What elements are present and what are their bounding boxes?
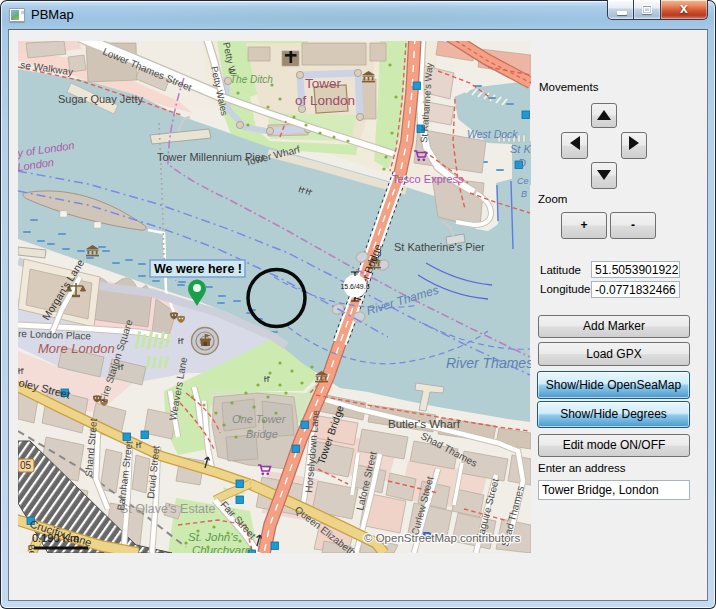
svg-text:0.190 Km: 0.190 Km	[32, 532, 79, 544]
svg-text:05: 05	[20, 460, 32, 471]
svg-text:St K: St K	[510, 143, 531, 155]
svg-text:Butler's Wharf: Butler's Wharf	[388, 418, 461, 430]
svg-text:More London: More London	[38, 341, 115, 356]
svg-text:Sugar Quay Jetty: Sugar Quay Jetty	[58, 93, 143, 105]
svg-text:The Ditch: The Ditch	[230, 74, 273, 85]
svg-text:Tower: Tower	[305, 76, 342, 91]
svg-text:We were here !: We were here !	[154, 262, 242, 276]
svg-text:© OpenStreetMap contributors: © OpenStreetMap contributors	[364, 532, 520, 544]
svg-text:St Katherine's Pier: St Katherine's Pier	[394, 241, 485, 253]
svg-text:Tesco Express: Tesco Express	[392, 173, 464, 185]
svg-text:River Thames: River Thames	[446, 355, 531, 371]
svg-text:B: B	[521, 189, 527, 199]
svg-text:of London: of London	[295, 93, 355, 108]
svg-text:St. John's: St. John's	[188, 531, 238, 543]
svg-text:One Tower: One Tower	[232, 413, 287, 425]
svg-text:Ce: Ce	[517, 176, 529, 186]
svg-text:15.6/49.6: 15.6/49.6	[340, 283, 369, 290]
svg-text:D: D	[518, 157, 526, 169]
svg-text:Bridge: Bridge	[246, 428, 278, 440]
svg-text:Churchyard: Churchyard	[192, 544, 252, 553]
svg-text:West Dock: West Dock	[467, 128, 518, 140]
svg-text:St Olave's Estate: St Olave's Estate	[120, 502, 216, 516]
